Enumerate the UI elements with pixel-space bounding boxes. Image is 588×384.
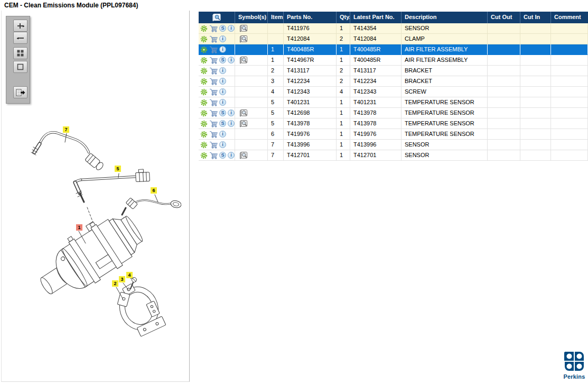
cart-icon[interactable] — [209, 57, 218, 64]
cart-icon[interactable] — [209, 35, 218, 43]
s-icon[interactable]: S — [219, 25, 226, 32]
table-row[interactable]: S i 6 T419976 1 T419976 TEMPERATURE SENS… — [199, 129, 588, 140]
symbols-cell — [235, 140, 268, 150]
cart-icon[interactable] — [209, 152, 218, 159]
callout-1[interactable]: 1 — [76, 224, 82, 231]
panel-arrow-icon — [16, 88, 25, 97]
callout-5[interactable]: 5 — [115, 166, 121, 172]
table-row[interactable]: S i 5 T401231 1 T401231 TEMPERATURE SENS… — [199, 97, 588, 108]
gear-icon[interactable] — [200, 109, 208, 117]
table-row[interactable]: S i T412084 2 T412084 CLAMP — [199, 34, 588, 44]
cart-icon[interactable] — [209, 131, 218, 138]
table-row[interactable]: S i 5 T413978 1 T413978 TEMPERATURE SENS… — [199, 118, 588, 129]
symbol-book-icon[interactable] — [239, 56, 248, 64]
info-icon[interactable]: i — [219, 99, 226, 106]
symbol-book-icon[interactable] — [239, 120, 248, 127]
s-icon[interactable]: S — [219, 109, 226, 116]
info-icon[interactable]: i — [228, 25, 235, 32]
s-icon[interactable]: S — [219, 120, 226, 127]
cart-icon[interactable] — [209, 99, 218, 106]
table-row[interactable]: S i 4 T412343 4 T412343 SCREW — [199, 87, 588, 97]
table-row[interactable]: S i 1 T400485R 1 T400485R AIR FILTER ASS… — [199, 44, 588, 55]
zoom-in-button[interactable] — [13, 20, 27, 32]
info-icon[interactable]: i — [219, 35, 226, 42]
symbol-book-icon[interactable] — [239, 35, 248, 43]
gear-icon[interactable] — [200, 25, 208, 32]
pane-splitter[interactable] — [190, 11, 199, 382]
table-row[interactable]: S i 1 T414967R 1 T400485R AIR FILTER ASS… — [199, 55, 588, 66]
symbol-book-icon[interactable] — [239, 151, 248, 159]
symbols-cell — [235, 129, 268, 140]
parts-no-cell: T412698 — [284, 108, 337, 118]
fit-rectangle-icon — [16, 63, 24, 71]
cart-icon[interactable] — [209, 141, 218, 149]
info-icon[interactable]: i — [219, 131, 226, 138]
symbols-cell — [235, 108, 268, 118]
table-row[interactable]: S i T411976 1 T414354 SENSOR — [199, 23, 588, 34]
info-icon[interactable]: i — [219, 67, 226, 74]
toggle-list-panel-button[interactable] — [13, 86, 27, 98]
info-icon[interactable]: i — [228, 152, 235, 159]
gear-icon[interactable] — [200, 131, 208, 138]
column-header-cut-out[interactable]: Cut Out — [488, 12, 520, 23]
column-header-latest-part-no[interactable]: Latest Part No. — [350, 12, 402, 23]
info-icon[interactable]: i — [219, 141, 226, 148]
qty-cell: 1 — [337, 108, 350, 118]
callout-4[interactable]: 4 — [126, 272, 133, 278]
table-row[interactable]: S i 3 T412234 2 T412234 BRACKET — [199, 76, 588, 87]
column-header-parts-no[interactable]: Parts No. — [284, 12, 337, 23]
callout-3[interactable]: 3 — [119, 276, 125, 282]
callout-6[interactable]: 6 — [151, 187, 157, 194]
table-row[interactable]: S i 5 T412698 1 T413978 TEMPERATURE SENS… — [199, 108, 588, 118]
info-icon[interactable]: i — [228, 57, 235, 63]
symbols-cell — [235, 55, 268, 66]
gear-icon[interactable] — [200, 88, 208, 96]
column-header-cut-in[interactable]: Cut In — [520, 12, 551, 23]
info-icon[interactable]: i — [219, 78, 226, 85]
gear-icon[interactable] — [200, 152, 208, 159]
column-header-preview[interactable] — [199, 12, 235, 23]
diagram-pane[interactable]: 7561234 — [1, 11, 190, 382]
cart-icon[interactable] — [209, 78, 218, 85]
zoom-out-button[interactable] — [13, 32, 27, 44]
tiles-icon — [16, 49, 24, 57]
cart-icon[interactable] — [209, 25, 218, 32]
fit-view-button[interactable] — [13, 61, 27, 73]
gear-icon[interactable] — [200, 46, 208, 53]
gear-icon[interactable] — [200, 35, 208, 43]
column-header-comment[interactable]: Comment — [551, 12, 588, 23]
symbol-book-icon[interactable] — [239, 109, 248, 117]
column-header-item[interactable]: Item — [268, 12, 284, 23]
cart-icon[interactable] — [209, 109, 218, 117]
s-icon[interactable]: S — [219, 57, 226, 63]
column-header-description[interactable]: Description — [402, 12, 488, 23]
info-icon[interactable]: i — [228, 109, 235, 116]
callout-2[interactable]: 2 — [112, 280, 118, 287]
table-row[interactable]: S i 7 T412701 1 T412701 SENSOR — [199, 150, 588, 161]
cart-icon[interactable] — [209, 46, 218, 53]
symbols-cell — [235, 87, 268, 97]
table-row[interactable]: S i 7 T413996 1 T413996 SENSOR — [199, 140, 588, 150]
cart-icon[interactable] — [209, 120, 218, 127]
table-row[interactable]: S i 2 T413117 2 T413117 BRACKET — [199, 66, 588, 76]
info-icon[interactable]: i — [228, 120, 235, 127]
latest-part-no-cell: T400485R — [350, 44, 402, 55]
gear-icon[interactable] — [200, 141, 208, 149]
gear-icon[interactable] — [200, 99, 208, 106]
column-header-symbols[interactable]: Symbol(s) — [235, 12, 268, 23]
info-icon[interactable]: i — [219, 46, 226, 53]
tile-view-button[interactable] — [13, 47, 27, 59]
column-header-qty[interactable]: Qty. — [337, 12, 350, 23]
info-icon[interactable]: i — [219, 88, 226, 95]
cart-icon[interactable] — [209, 67, 218, 75]
gear-icon[interactable] — [200, 67, 208, 75]
gear-icon[interactable] — [200, 78, 208, 85]
gear-icon[interactable] — [200, 57, 208, 64]
symbols-cell — [235, 150, 268, 161]
gear-icon[interactable] — [200, 120, 208, 127]
cart-icon[interactable] — [209, 88, 218, 96]
row-actions-cell: S i — [199, 140, 235, 150]
symbol-book-icon[interactable] — [239, 24, 248, 32]
callout-7[interactable]: 7 — [63, 126, 69, 133]
s-icon[interactable]: S — [219, 152, 226, 159]
